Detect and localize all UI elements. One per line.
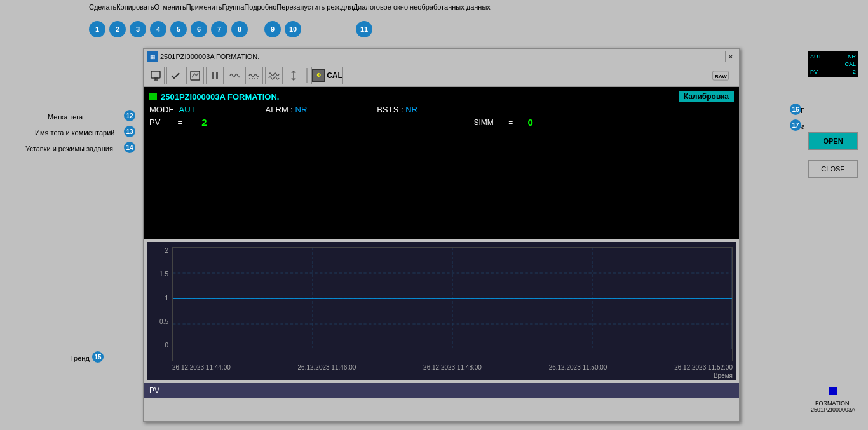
monitor-button[interactable]	[147, 67, 165, 84]
annotation-tag-name: Имя тега и комментарий	[35, 129, 114, 137]
toolbar-btn-5[interactable]: 5	[170, 21, 187, 37]
bottom-pv-label: PV	[149, 386, 159, 395]
simm-label: SIMM	[474, 118, 494, 127]
pv-equals-sign: =	[173, 118, 182, 127]
svg-rect-5	[212, 72, 214, 79]
chart-plot-area	[172, 247, 733, 361]
window-titlebar: ▦ 2501PZI000003A FORMATION. ×	[144, 49, 739, 64]
toolbar-labels: СделатьКопироватьОтменитьПрименитьГруппа…	[89, 3, 868, 11]
bottom-pv-bar: PV	[144, 383, 739, 398]
annotation-num-15: 15	[92, 351, 104, 363]
bsts-label: BSTS : NR	[377, 105, 417, 114]
toolbar-btn-1[interactable]: 1	[89, 21, 105, 37]
right-pv-label: PV	[810, 69, 818, 75]
mode-label: MODE=AUT	[149, 105, 196, 114]
toolbar-btn-2[interactable]: 2	[109, 21, 126, 37]
pv-value: 2	[201, 117, 207, 128]
annotation-num-17: 17	[790, 119, 801, 131]
tag-name-section: 2501PZI000003A FORMATION.	[149, 92, 279, 102]
toolbar-btn-7[interactable]: 7	[211, 21, 227, 37]
chart-button[interactable]	[186, 67, 204, 84]
time-axis-label: Время	[172, 372, 733, 379]
right-tag-info: FORMATION. 2501PZI000003A	[808, 399, 858, 414]
alrm-label: ALRM : NR	[266, 105, 308, 114]
svg-rect-4	[191, 71, 200, 80]
cal-button[interactable]: ⚙ CAL	[311, 67, 343, 84]
svg-rect-0	[151, 71, 160, 78]
right-pv-value: 2	[853, 69, 856, 75]
pv-label: PV	[149, 118, 160, 127]
window-icon: ▦	[147, 51, 158, 62]
wave3-button[interactable]	[265, 67, 283, 84]
toolbar-btn-3[interactable]: 3	[130, 21, 146, 37]
close-button[interactable]: ×	[725, 51, 736, 62]
toolbar-btn-4[interactable]: 4	[150, 21, 166, 37]
simm-value: 0	[528, 117, 533, 128]
mode-row: MODE=AUT ALRM : NR BSTS : NR	[149, 105, 734, 114]
right-panel: AUT NR CAL PV 2 OPEN CLOSE FORMATION. 25…	[804, 48, 862, 422]
right-mini-display: AUT NR CAL PV 2	[808, 51, 858, 77]
wave1-button[interactable]	[226, 67, 243, 84]
simm-section: SIMM = 0	[474, 117, 533, 128]
toolbar-btn-8[interactable]: 8	[231, 21, 248, 37]
raw-button[interactable]: RAW	[705, 67, 736, 84]
right-tag-formation: FORMATION.	[809, 400, 857, 406]
cal-label: CAL	[327, 71, 342, 80]
calibration-badge: Калибровка	[679, 91, 734, 102]
annotation-num-14: 14	[124, 142, 135, 153]
annotation-trend: Тренд	[70, 354, 90, 362]
top-toolbar: СделатьКопироватьОтменитьПрименитьГруппа…	[0, 0, 868, 48]
right-aut-label: AUT	[810, 53, 822, 60]
annotation-num-16: 16	[790, 104, 801, 115]
chart-x-axis: 26.12.2023 11:44:00 26.12.2023 11:46:00 …	[172, 364, 733, 371]
pv-row: PV = 2 SIMM = 0	[149, 117, 734, 128]
svg-rect-6	[216, 72, 218, 79]
content-area: 2501PZI000003A FORMATION. Калибровка MOD…	[144, 87, 739, 239]
chart-y-axis: 2 1.5 1 0.5 0	[149, 247, 168, 349]
right-nr-label: NR	[848, 53, 856, 60]
chart-svg	[173, 248, 732, 349]
annotation-num-12: 12	[124, 110, 135, 121]
simm-equals: =	[506, 118, 515, 127]
toolbar-btn-9[interactable]: 9	[264, 21, 281, 37]
svg-text:RAW: RAW	[715, 73, 727, 79]
arrows-button[interactable]	[285, 67, 302, 84]
window-toolbar: ⚙ CAL RAW	[144, 64, 739, 87]
right-blue-indicator	[829, 387, 837, 395]
right-tag-id: 2501PZI000003A	[809, 406, 857, 413]
close-button-right[interactable]: CLOSE	[808, 160, 858, 178]
numbered-buttons: 1 2 3 4 5 6 7 8 9 10 11	[89, 21, 372, 37]
tag-header: 2501PZI000003A FORMATION. Калибровка	[149, 91, 734, 102]
wave2-button[interactable]	[245, 67, 263, 84]
pause-button[interactable]	[206, 67, 224, 84]
toolbar-btn-11[interactable]: 11	[356, 21, 372, 37]
check-button[interactable]	[166, 67, 184, 84]
main-window: ▦ 2501PZI000003A FORMATION. ×	[143, 48, 740, 422]
toolbar-btn-6[interactable]: 6	[191, 21, 207, 37]
toolbar-separator-1	[306, 68, 308, 83]
open-button[interactable]: OPEN	[808, 132, 858, 150]
chart-section: 2 1.5 1 0.5 0	[147, 242, 736, 380]
annotation-tag-mark: Метка тега	[48, 113, 83, 121]
tag-name-text: 2501PZI000003A FORMATION.	[161, 92, 279, 102]
window-title: 2501PZI000003A FORMATION.	[160, 53, 736, 60]
toolbar-label-text: СделатьКопироватьОтменитьПрименитьГруппа…	[89, 3, 491, 11]
cal-icon: ⚙	[312, 69, 325, 82]
annotation-setpoints: Уставки и режимы задания	[25, 145, 113, 152]
tag-status-indicator	[149, 93, 157, 100]
annotation-num-13: 13	[124, 126, 135, 137]
right-cal-label: CAL	[844, 61, 856, 67]
toolbar-btn-10[interactable]: 10	[285, 21, 301, 37]
